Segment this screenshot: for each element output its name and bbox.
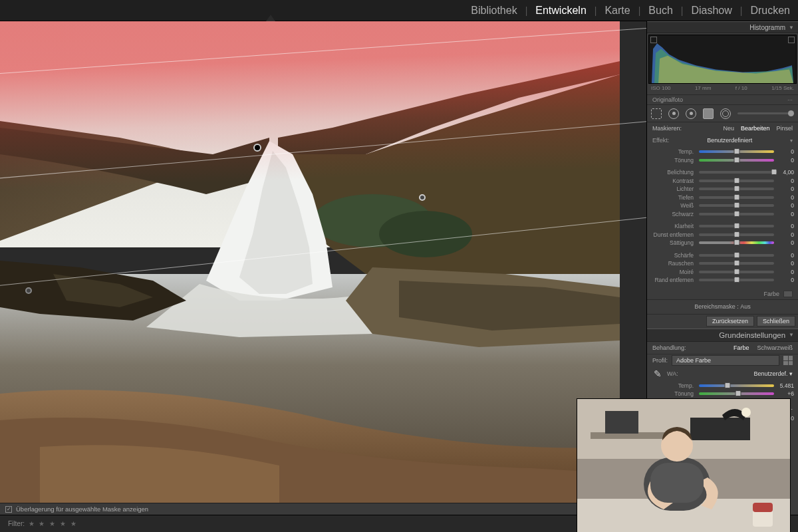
gradient-pin-lower[interactable] [25,287,32,294]
histogram[interactable] [648,35,797,84]
range-mask-row[interactable]: Bereichsmaske : Aus [647,299,798,314]
treatment-color[interactable]: Farbe [733,344,749,351]
rating-filter[interactable]: ★ ★ ★ ★ ★ [29,520,78,527]
svg-point-9 [741,408,751,417]
slider-saturation[interactable]: Sättigung0 [651,239,794,247]
whitebalance-row: ✎ WA: Benutzerdef. ▾ [647,367,798,380]
effect-preset-row[interactable]: Effekt: Benutzerdefiniert ▾ [647,134,798,146]
overlay-label: Überlagerung für ausgewählte Maske anzei… [16,505,148,513]
svg-rect-15 [650,463,704,503]
nav-bibliothek[interactable]: Bibliothek [471,5,517,17]
basic-panel-header[interactable]: Grundeinstellungen▼ [647,329,798,342]
nav-diashow[interactable]: Diashow [691,5,732,17]
local-adjust-tools [647,105,798,122]
color-swatch[interactable] [783,291,793,297]
svg-point-2 [379,211,472,257]
original-photo-row[interactable]: Originalfoto⋯ [647,94,798,105]
slider-clarity[interactable]: Klarheit0 [651,222,794,231]
radial-tool-icon[interactable] [720,108,731,119]
overlay-checkbox[interactable]: ✓ [5,506,12,513]
slider-whites[interactable]: Weiß0 [651,201,794,210]
mask-mode-row: Maskieren: Neu Bearbeiten Pinsel [647,122,798,134]
image-viewport[interactable] [0,21,646,503]
slider-dehaze[interactable]: Dunst entfernen0 [651,231,794,239]
mask-buttons: Zurücksetzen Schließen [647,314,798,329]
slider-basic-tint[interactable]: Tönung+6 [651,390,794,398]
slider-tint[interactable]: Tönung0 [651,156,794,165]
nav-karte[interactable]: Karte [604,5,630,17]
slider-shadows[interactable]: Tiefen0 [651,194,794,202]
mask-sliders: Temp.0Tönung0Belichtung4,00Kontrast0Lich… [647,146,798,289]
svg-rect-12 [753,503,773,512]
svg-rect-7 [605,411,638,434]
module-nav: Bibliothek| Entwickeln| Karte| Buch| Dia… [0,0,798,21]
slider-sharpness[interactable]: Schärfe0 [651,251,794,260]
filter-label: Filter: [8,520,25,527]
gradient-tool-icon[interactable] [703,108,714,119]
close-button[interactable]: Schließen [757,316,795,327]
profile-browser-icon[interactable] [783,356,793,365]
nav-entwickeln[interactable]: Entwickeln [535,5,586,17]
mask-edit[interactable]: Bearbeiten [741,125,770,132]
gradient-handle-center[interactable] [253,144,261,152]
gradient-pin-extra[interactable] [419,194,426,201]
wb-preset-dropdown[interactable]: Benutzerdef. ▾ [753,370,793,377]
slider-temp[interactable]: Temp.0 [651,148,794,156]
slider-highlights[interactable]: Lichter0 [651,185,794,194]
slider-defringe[interactable]: Rand entfernen0 [651,276,794,285]
panel-open-icon[interactable] [266,15,275,21]
histogram-meta: ISO 10017 mmf / 101/15 Sek. [647,85,798,94]
treatment-bw[interactable]: Schwarzweiß [757,344,793,351]
slider-exposure[interactable]: Belichtung4,00 [651,168,794,177]
svg-rect-8 [690,418,750,440]
mask-brush[interactable]: Pinsel [776,125,793,132]
histogram-header[interactable]: Histogramm▼ [647,21,798,33]
canvas-area: ✓ Überlagerung für ausgewählte Maske anz… [0,21,646,515]
crop-tool-icon[interactable] [651,108,662,119]
spot-tool-icon[interactable] [668,108,679,119]
presenter-webcam [577,399,790,532]
slider-basic-temp[interactable]: Temp.5.481 [651,382,794,390]
edited-photo [0,21,620,503]
color-tint-row[interactable]: Farbe [647,289,798,299]
reset-button[interactable]: Zurücksetzen [706,316,754,327]
nav-drucken[interactable]: Drucken [750,5,790,17]
slider-noise[interactable]: Rauschen0 [651,259,794,268]
tool-size-slider[interactable] [737,112,794,114]
profile-dropdown[interactable]: Adobe Farbe [672,355,779,366]
slider-moire[interactable]: Moiré0 [651,268,794,277]
slider-contrast[interactable]: Kontrast0 [651,177,794,186]
mask-new[interactable]: Neu [723,125,734,132]
nav-buch[interactable]: Buch [648,5,672,17]
overlay-status-strip: ✓ Überlagerung für ausgewählte Maske anz… [0,503,646,515]
redeye-tool-icon[interactable] [686,108,696,119]
profile-row: Profil: Adobe Farbe [647,354,798,367]
slider-blacks[interactable]: Schwarz0 [651,210,794,219]
wb-picker-icon[interactable]: ✎ [652,368,663,379]
treatment-row: Behandlung: Farbe Schwarzweiß [647,342,798,354]
